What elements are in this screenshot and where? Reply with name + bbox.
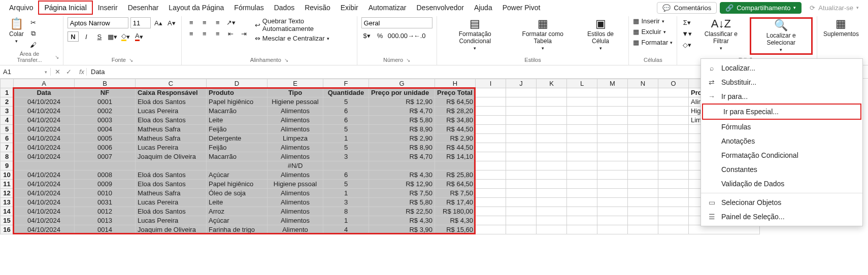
decrease-decimal-button[interactable]: ←.0 [414, 30, 425, 41]
row-header[interactable]: 5 [1, 125, 14, 134]
tab-ajuda[interactable]: Ajuda [469, 2, 497, 14]
column-header-A[interactable]: A [14, 79, 75, 88]
clear-button[interactable]: ◇▾ [681, 40, 692, 50]
menu-item-valida-o-de-dados[interactable]: Validação de Dados [701, 177, 862, 191]
cell[interactable] [476, 116, 506, 125]
cell[interactable] [506, 161, 537, 170]
column-header-H[interactable]: H [435, 79, 476, 88]
cell[interactable]: 04/10/2024 [14, 225, 75, 234]
cell[interactable] [628, 170, 658, 180]
cell[interactable] [537, 107, 567, 116]
cell[interactable] [658, 107, 689, 116]
cell[interactable]: Preço Total [435, 88, 476, 97]
cell[interactable]: R$ 12,90 [369, 180, 435, 189]
cell[interactable] [476, 180, 506, 189]
cell[interactable]: R$ 64,50 [435, 97, 476, 107]
cell[interactable] [537, 170, 567, 180]
cell[interactable]: 04/10/2024 [14, 116, 75, 125]
select-all-cell[interactable] [1, 79, 14, 88]
cell[interactable]: Eloa dos Santos [136, 116, 207, 125]
cell[interactable]: 0012 [75, 207, 136, 216]
cell[interactable]: Alimentos [268, 152, 323, 161]
cell[interactable]: 0004 [75, 125, 136, 134]
cell[interactable] [658, 97, 689, 107]
cell[interactable]: Quantidade [323, 88, 369, 97]
increase-decimal-button[interactable]: .00→ [401, 30, 412, 41]
cell[interactable]: Matheus Safra [136, 125, 207, 134]
cell[interactable]: 0005 [75, 134, 136, 143]
cell[interactable] [506, 180, 537, 189]
cell[interactable] [628, 97, 658, 107]
cell[interactable]: Alimentos [268, 125, 323, 134]
cell[interactable] [597, 189, 628, 198]
cell[interactable] [476, 189, 506, 198]
cell[interactable]: 04/10/2024 [14, 107, 75, 116]
menu-item-ir-para-especial[interactable]: Ir para Especial... [702, 104, 861, 120]
cell[interactable] [506, 107, 537, 116]
cell[interactable]: Macarrão [207, 107, 268, 116]
copy-button[interactable]: ⧉ [28, 28, 39, 39]
cell[interactable]: 1 [323, 189, 369, 198]
dialog-launcher[interactable]: ↘ [406, 57, 410, 63]
cell[interactable] [537, 134, 567, 143]
cell[interactable] [567, 97, 597, 107]
cell[interactable] [506, 125, 537, 134]
cell[interactable] [628, 216, 658, 225]
cell[interactable]: 0031 [75, 198, 136, 207]
cell[interactable] [628, 143, 658, 152]
cell[interactable] [323, 161, 369, 170]
cell[interactable]: Higiene pssoal [268, 180, 323, 189]
cell[interactable]: Alimentos [268, 116, 323, 125]
cell[interactable]: Matheus Safra [136, 134, 207, 143]
cell[interactable] [597, 170, 628, 180]
dialog-launcher[interactable]: ↘ [129, 57, 133, 63]
cell[interactable] [537, 152, 567, 161]
cell[interactable]: Leite [207, 198, 268, 207]
cell[interactable] [537, 207, 567, 216]
cell[interactable] [476, 198, 506, 207]
cell[interactable]: R$ 44,50 [435, 125, 476, 134]
cell[interactable] [567, 207, 597, 216]
cell[interactable]: Lucas Pereira [136, 107, 207, 116]
column-header-J[interactable]: J [506, 79, 537, 88]
cell[interactable]: 0003 [75, 116, 136, 125]
cell[interactable] [476, 88, 506, 97]
menu-item-selecionar-objetos[interactable]: ▭Selecionar Objetos [701, 195, 862, 210]
cell[interactable]: 0014 [75, 225, 136, 234]
column-header-L[interactable]: L [567, 79, 597, 88]
cell[interactable]: R$ 4,70 [369, 152, 435, 161]
cell[interactable]: 0010 [75, 189, 136, 198]
cell[interactable]: Produto [207, 88, 268, 97]
cell[interactable]: 0008 [75, 170, 136, 180]
cell[interactable]: Alimentos [268, 170, 323, 180]
tab-f-rmulas[interactable]: Fórmulas [229, 2, 269, 14]
cell[interactable] [75, 161, 136, 170]
cell[interactable]: R$ 8,90 [369, 125, 435, 134]
cell[interactable]: Data [14, 88, 75, 97]
cell[interactable] [476, 216, 506, 225]
cell[interactable]: 5 [323, 125, 369, 134]
sheet-table[interactable]: ABCDEFGHIJKLMNOP 1DataNFCaixa Responsáve… [0, 79, 760, 234]
insert-cells-button[interactable]: ▦Inserir ▾ [633, 17, 664, 25]
menu-item-localizar[interactable]: ⌕Localizar... [701, 61, 862, 75]
cell[interactable] [628, 107, 658, 116]
cell[interactable] [537, 180, 567, 189]
cell[interactable] [658, 116, 689, 125]
cell[interactable]: Lucas Pereira [136, 198, 207, 207]
align-center-button[interactable]: ≡ [199, 28, 210, 39]
cell[interactable]: Detergente [207, 134, 268, 143]
cell[interactable]: R$ 2,90 [369, 134, 435, 143]
cell[interactable]: R$ 12,90 [369, 97, 435, 107]
cell[interactable] [689, 225, 760, 234]
column-header-K[interactable]: K [537, 79, 567, 88]
cell[interactable]: 5 [323, 143, 369, 152]
cell[interactable] [369, 161, 435, 170]
delete-cells-button[interactable]: ▦Excluir ▾ [633, 28, 665, 36]
cell[interactable] [597, 161, 628, 170]
cell[interactable]: R$ 14,10 [435, 152, 476, 161]
cell[interactable] [567, 143, 597, 152]
cell[interactable]: Eloá dos Santos [136, 170, 207, 180]
cell[interactable]: Preço por unidade [369, 88, 435, 97]
tab-dados[interactable]: Dados [269, 2, 299, 14]
cell[interactable] [14, 161, 75, 170]
